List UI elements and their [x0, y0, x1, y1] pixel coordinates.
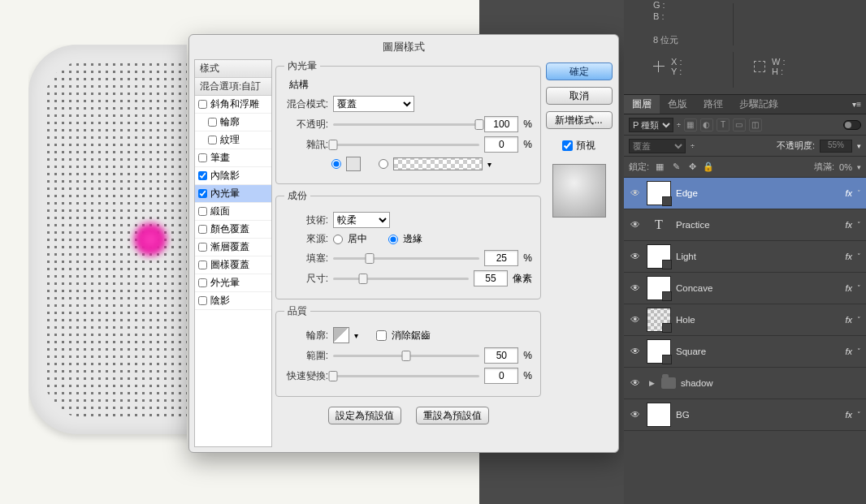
layer-row[interactable]: 👁Holefx ˅	[624, 304, 866, 336]
tab-0[interactable]: 圖層	[624, 95, 660, 114]
layer-thumbnail[interactable]	[647, 339, 671, 364]
source-center-radio[interactable]	[333, 235, 343, 244]
fx-chevron-icon[interactable]: ˅	[857, 411, 861, 419]
new-style-button[interactable]: 新增樣式...	[546, 111, 613, 129]
gradient-bar[interactable]	[393, 157, 483, 170]
disclosure-triangle[interactable]: ▶	[647, 379, 656, 387]
layer-thumbnail[interactable]	[647, 181, 671, 205]
fx-badge[interactable]: fx	[845, 252, 852, 261]
filter-adjust-icon[interactable]: ◐	[700, 118, 713, 131]
layer-name[interactable]: Square	[676, 347, 840, 356]
filter-pixel-icon[interactable]: ▦	[684, 118, 697, 131]
noise-slider[interactable]	[333, 144, 479, 146]
style-row-0[interactable]: 斜角和浮雕	[195, 96, 271, 114]
style-row-2[interactable]: 紋理	[195, 131, 271, 149]
lock-pixels-icon[interactable]: ✎	[670, 162, 682, 173]
kind-filter-select[interactable]: P 種類	[629, 118, 673, 132]
fill-value[interactable]: 0%	[839, 162, 852, 172]
ok-button[interactable]: 確定	[546, 62, 613, 80]
style-checkbox[interactable]	[198, 278, 207, 287]
color-gradient-radio[interactable]	[379, 159, 388, 169]
panel-menu-icon[interactable]: ▾≡	[847, 100, 866, 109]
blend-mode-select[interactable]: 覆蓋	[333, 96, 414, 112]
range-slider[interactable]	[333, 355, 479, 357]
visibility-eye-icon[interactable]: 👁	[629, 346, 642, 357]
fx-badge[interactable]: fx	[845, 410, 852, 420]
layer-name[interactable]: BG	[676, 410, 840, 420]
fx-chevron-icon[interactable]: ˅	[857, 316, 861, 324]
layer-row[interactable]: 👁BGfx ˅	[624, 399, 866, 431]
layer-row[interactable]: 👁TPracticefx ˅	[624, 209, 866, 241]
layer-row[interactable]: 👁Lightfx ˅	[624, 241, 866, 273]
set-default-button[interactable]: 設定為預設值	[328, 407, 401, 424]
opacity-slider[interactable]	[333, 123, 479, 126]
range-input[interactable]	[484, 347, 518, 364]
style-checkbox[interactable]	[198, 225, 207, 234]
antialias-checkbox[interactable]	[376, 330, 387, 341]
layer-thumbnail[interactable]	[647, 308, 671, 332]
visibility-eye-icon[interactable]: 👁	[629, 219, 642, 230]
size-input[interactable]	[474, 270, 508, 286]
size-slider[interactable]	[333, 278, 469, 280]
visibility-eye-icon[interactable]: 👁	[629, 187, 642, 199]
filter-type-icon[interactable]: T	[717, 118, 730, 131]
layer-name[interactable]: Edge	[676, 188, 840, 198]
style-checkbox[interactable]	[198, 207, 207, 216]
fx-chevron-icon[interactable]: ˅	[857, 252, 861, 261]
filter-smart-icon[interactable]: ◫	[749, 118, 762, 131]
style-row-10[interactable]: 外光暈	[195, 274, 271, 292]
style-checkbox[interactable]	[198, 243, 207, 252]
layer-row[interactable]: 👁Edgefx ˅	[624, 178, 866, 209]
layer-row[interactable]: 👁▶shadow	[624, 368, 866, 399]
style-checkbox[interactable]	[198, 296, 207, 305]
technique-select[interactable]: 較柔	[333, 212, 390, 228]
choke-slider[interactable]	[333, 257, 479, 260]
layer-name[interactable]: Light	[676, 252, 840, 261]
fx-chevron-icon[interactable]: ˅	[857, 189, 861, 197]
opacity-input[interactable]	[484, 116, 518, 132]
style-row-6[interactable]: 緞面	[195, 203, 271, 221]
contour-picker[interactable]	[333, 327, 349, 343]
style-checkbox[interactable]	[198, 189, 207, 198]
cancel-button[interactable]: 取消	[546, 87, 613, 105]
styles-header[interactable]: 樣式	[195, 60, 271, 78]
layer-thumbnail[interactable]	[647, 403, 671, 427]
jitter-input[interactable]	[484, 368, 518, 384]
fx-chevron-icon[interactable]: ˅	[857, 284, 861, 292]
opacity-value-panel[interactable]: 55%	[820, 140, 852, 153]
style-row-7[interactable]: 顏色覆蓋	[195, 221, 271, 239]
style-checkbox[interactable]	[198, 171, 207, 180]
visibility-eye-icon[interactable]: 👁	[629, 409, 642, 420]
layer-name[interactable]: Hole	[676, 315, 840, 325]
choke-input[interactable]	[484, 250, 518, 266]
style-row-1[interactable]: 輪廓	[195, 114, 271, 131]
fx-badge[interactable]: fx	[845, 347, 852, 356]
visibility-eye-icon[interactable]: 👁	[629, 314, 642, 325]
tab-1[interactable]: 色版	[660, 95, 695, 114]
blend-mode-select-panel[interactable]: 覆蓋	[629, 139, 686, 153]
style-checkbox[interactable]	[198, 153, 207, 162]
style-row-3[interactable]: 筆畫	[195, 149, 271, 167]
lock-transparency-icon[interactable]: ▦	[654, 162, 665, 173]
noise-input[interactable]	[484, 136, 518, 153]
tab-2[interactable]: 路徑	[695, 95, 731, 114]
fx-badge[interactable]: fx	[845, 283, 852, 293]
layer-row[interactable]: 👁Concavefx ˅	[624, 273, 866, 304]
reset-default-button[interactable]: 重設為預設值	[416, 407, 489, 424]
preview-toggle[interactable]: 預視	[562, 139, 595, 153]
lock-all-icon[interactable]: 🔒	[703, 162, 714, 173]
layer-name[interactable]: shadow	[681, 378, 861, 388]
visibility-eye-icon[interactable]: 👁	[629, 251, 642, 262]
layer-thumbnail[interactable]	[647, 276, 671, 300]
fx-chevron-icon[interactable]: ˅	[857, 221, 861, 229]
lock-position-icon[interactable]: ✥	[686, 162, 698, 173]
style-checkbox[interactable]	[198, 100, 207, 109]
style-checkbox[interactable]	[198, 261, 207, 269]
blend-options-header[interactable]: 混合選項:自訂	[195, 78, 271, 96]
style-row-5[interactable]: 內光暈	[195, 185, 271, 203]
style-checkbox[interactable]	[208, 136, 217, 144]
style-row-9[interactable]: 圖樣覆蓋	[195, 256, 271, 274]
style-row-11[interactable]: 陰影	[195, 292, 271, 310]
layer-thumbnail[interactable]	[647, 244, 671, 269]
filter-toggle[interactable]	[843, 120, 861, 130]
